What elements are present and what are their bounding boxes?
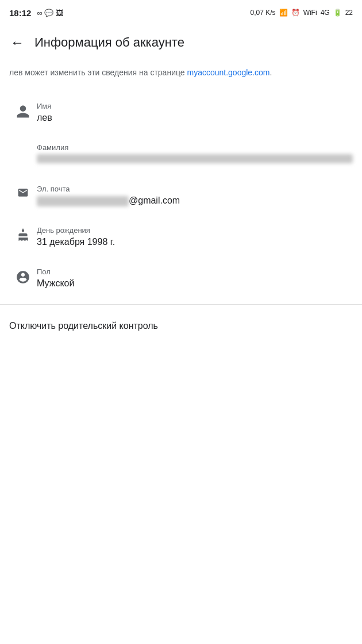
field-birthday[interactable]: День рождения 31 декабря 1998 г. [9, 217, 353, 258]
name-value: лев [37, 113, 353, 123]
surname-details: Фамилия [37, 143, 353, 163]
network-speed: 0,07 K/s [251, 9, 276, 17]
gender-label: Пол [37, 267, 353, 276]
header: ← Информация об аккаунте [0, 25, 362, 62]
email-details: Эл. почта @gmail.com [37, 185, 353, 206]
battery-level: 22 [345, 9, 353, 17]
info-prefix: лев может изменить эти сведения на стран… [9, 68, 187, 77]
back-arrow-icon: ← [10, 34, 24, 51]
section-divider [0, 304, 362, 305]
birthday-value: 31 декабря 1998 г. [37, 237, 353, 247]
status-right: 0,07 K/s 📶 ⏰ WiFi 4G 🔋 22 [251, 9, 353, 17]
name-details: Имя лев [37, 102, 353, 123]
signal-icon: 📶 [279, 9, 288, 17]
field-name[interactable]: Имя лев [9, 93, 353, 134]
info-suffix: . [269, 68, 272, 77]
field-gender[interactable]: Пол Мужской [9, 258, 353, 300]
alarm-icon: ⏰ [291, 9, 300, 17]
myaccount-link[interactable]: myaccount.google.com [187, 68, 270, 77]
field-email[interactable]: Эл. почта @gmail.com [9, 175, 353, 217]
status-time: 18:12 [9, 8, 31, 18]
gender-value: Мужской [37, 278, 353, 289]
gender-details: Пол Мужской [37, 267, 353, 289]
person-icon [9, 102, 37, 119]
mail-icon [9, 185, 37, 198]
info-text: лев может изменить эти сведения на стран… [9, 67, 353, 79]
surname-label: Фамилия [37, 143, 353, 152]
lte-icon: 4G [321, 9, 330, 17]
parental-control-button[interactable]: Отключить родительский контроль [0, 309, 362, 343]
battery-icon: 🔋 [333, 9, 342, 17]
birthday-details: День рождения 31 декабря 1998 г. [37, 226, 353, 247]
birthday-label: День рождения [37, 226, 353, 235]
face-icon [9, 267, 37, 285]
email-value: @gmail.com [37, 195, 353, 206]
wifi-icon: WiFi [303, 9, 317, 17]
email-suffix: @gmail.com [129, 195, 180, 205]
field-surname[interactable]: Фамилия [9, 134, 353, 175]
email-blurred-part [37, 196, 129, 206]
page-title: Информация об аккаунте [34, 35, 184, 50]
parental-control-label: Отключить родительский контроль [9, 321, 158, 331]
content-area: лев может изменить эти сведения на стран… [0, 67, 362, 300]
back-button[interactable]: ← [5, 30, 30, 55]
status-icons: ∞ 💬 🖼 [37, 9, 63, 17]
cake-icon [9, 226, 37, 243]
surname-value-blurred [37, 154, 353, 163]
name-label: Имя [37, 102, 353, 110]
status-bar: 18:12 ∞ 💬 🖼 0,07 K/s 📶 ⏰ WiFi 4G 🔋 22 [0, 0, 362, 25]
email-label: Эл. почта [37, 185, 353, 193]
